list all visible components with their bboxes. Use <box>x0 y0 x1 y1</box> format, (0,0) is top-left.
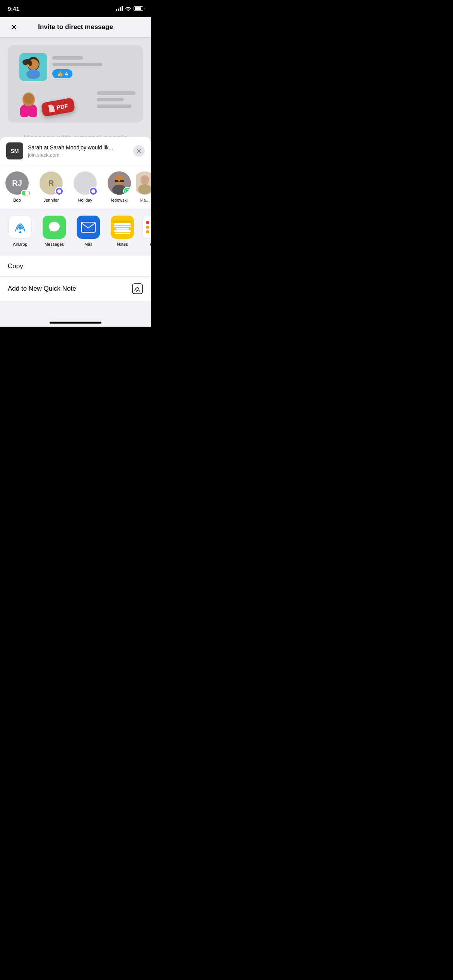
svg-point-26 <box>138 184 151 194</box>
app-icon-mail <box>77 216 100 239</box>
svg-point-8 <box>27 64 29 67</box>
svg-point-17 <box>91 189 95 193</box>
contact-holiday[interactable]: Holiday <box>68 171 102 202</box>
status-time: 9:41 <box>8 5 19 12</box>
app-messages[interactable]: Messages <box>40 216 68 247</box>
illustration: 👍4 <box>8 45 143 123</box>
app-icon-reminders <box>142 216 151 239</box>
contact-name-bob: Bob <box>13 198 21 202</box>
svg-rect-30 <box>132 284 142 294</box>
svg-point-28 <box>19 226 22 230</box>
action-quick-note[interactable]: Add to New Quick Note <box>0 277 151 301</box>
app-icon-notes <box>111 216 134 239</box>
contact-name-lebowski: Iebowski <box>111 198 128 202</box>
svg-rect-22 <box>120 180 124 182</box>
contact-name-jennifer: Jennifer <box>43 198 58 202</box>
svg-point-25 <box>141 175 149 185</box>
signal-badge-holiday <box>89 187 98 195</box>
contact-avatar-lebowski <box>108 171 131 195</box>
battery-icon <box>134 6 143 11</box>
share-subtitle: join.slack.com <box>28 152 129 158</box>
action-rows: Copy Add to New Quick Note <box>0 256 151 301</box>
copy-label: Copy <box>8 262 23 270</box>
contact-bob[interactable]: RJ Bob <box>0 171 34 202</box>
share-close-button[interactable] <box>133 145 145 157</box>
app-icon-messages <box>43 216 66 239</box>
share-text: Sarah at Sarah Moodjoy would lik... join… <box>28 144 129 158</box>
svg-rect-29 <box>81 222 95 232</box>
apps-row: AirDrop Messages Mail <box>0 209 151 253</box>
contact-avatar-holiday <box>74 171 97 195</box>
svg-point-7 <box>22 59 32 65</box>
svg-rect-12 <box>20 106 29 117</box>
contact-name-partial: Ma... <box>140 198 149 202</box>
close-button[interactable] <box>8 21 20 33</box>
app-notes[interactable]: Notes <box>108 216 136 247</box>
svg-rect-13 <box>29 106 37 117</box>
toggle-badge-bob <box>21 190 31 196</box>
app-label-reminders: Re... <box>149 242 151 247</box>
contact-name-holiday: Holiday <box>78 198 93 202</box>
signal-icon <box>116 6 123 11</box>
whatsapp-badge-lebowski <box>123 187 131 195</box>
contact-avatar-bob: RJ <box>5 171 29 195</box>
quick-note-label: Add to New Quick Note <box>8 285 76 293</box>
contact-avatar-partial <box>136 171 151 195</box>
sheet-header: Invite to direct message <box>0 17 151 38</box>
app-reminders[interactable]: Re... <box>142 216 151 247</box>
app-label-notes: Notes <box>117 242 128 247</box>
quick-note-icon <box>132 283 143 295</box>
wifi-icon <box>125 6 131 11</box>
app-label-messages: Messages <box>45 242 64 247</box>
status-icons <box>116 6 143 11</box>
contact-avatar-jennifer: R <box>39 171 63 195</box>
contact-jennifer[interactable]: R Jennifer <box>34 171 68 202</box>
app-airdrop[interactable]: AirDrop <box>6 216 34 247</box>
app-mail[interactable]: Mail <box>74 216 102 247</box>
status-bar: 9:41 <box>0 0 151 17</box>
svg-point-11 <box>24 94 34 104</box>
main-content: Invite to direct message <box>0 17 151 327</box>
share-app-icon: SM <box>6 142 23 159</box>
home-indicator <box>50 322 101 324</box>
contact-partial[interactable]: Ma... <box>136 171 151 202</box>
contacts-row: RJ Bob R Jennifer <box>0 165 151 209</box>
share-preview-row: SM Sarah at Sarah Moodjoy would lik... j… <box>0 137 151 165</box>
action-copy[interactable]: Copy <box>0 256 151 277</box>
share-title: Sarah at Sarah Moodjoy would lik... <box>28 144 129 151</box>
svg-point-5 <box>26 70 40 79</box>
share-sheet: SM Sarah at Sarah Moodjoy would lik... j… <box>0 137 151 327</box>
preview-area: 👍4 <box>0 38 151 130</box>
pdf-label: PDF <box>56 102 69 111</box>
preview-card: 👍4 <box>8 45 143 123</box>
svg-point-16 <box>57 189 61 193</box>
contact-lebowski[interactable]: Iebowski <box>102 171 136 202</box>
app-icon-airdrop <box>9 216 32 239</box>
sheet-title: Invite to direct message <box>38 23 113 31</box>
app-label-airdrop: AirDrop <box>13 242 27 247</box>
svg-rect-21 <box>115 180 118 182</box>
signal-badge-jennifer <box>55 187 63 195</box>
app-label-mail: Mail <box>84 242 92 247</box>
